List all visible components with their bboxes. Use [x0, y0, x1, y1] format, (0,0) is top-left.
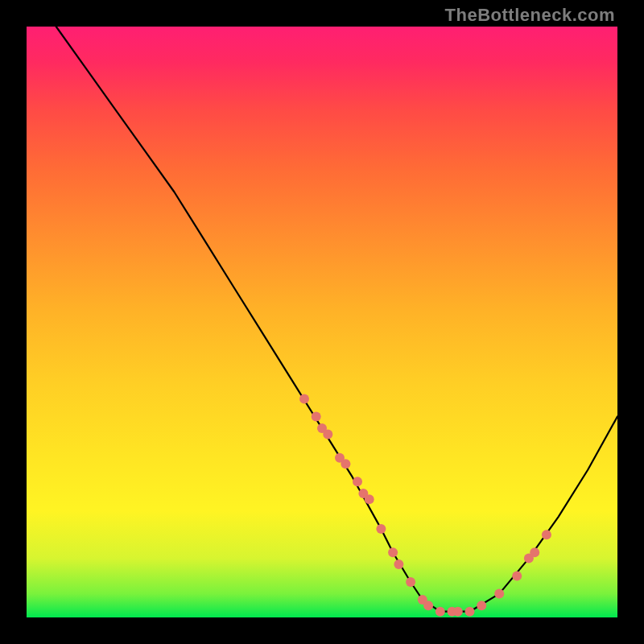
scatter-dots	[299, 394, 551, 616]
bottleneck-curve	[56, 27, 617, 612]
scatter-dot	[494, 589, 504, 599]
scatter-dot	[323, 430, 332, 440]
scatter-dot	[376, 524, 386, 534]
scatter-dot	[465, 607, 475, 617]
scatter-dot	[299, 394, 309, 403]
scatter-dot	[341, 459, 350, 469]
scatter-dot	[365, 494, 374, 504]
scatter-dot	[436, 607, 445, 617]
scatter-dot	[530, 547, 539, 557]
watermark-text: TheBottleneck.com	[445, 5, 615, 26]
scatter-dot	[453, 607, 463, 617]
scatter-dot	[406, 577, 415, 587]
scatter-dot	[423, 601, 433, 610]
scatter-dot	[542, 530, 551, 539]
scatter-dot	[353, 477, 362, 486]
scatter-dot	[388, 547, 398, 557]
scatter-dot	[512, 572, 522, 581]
chart-overlay	[27, 27, 617, 617]
chart-frame: TheBottleneck.com	[0, 0, 644, 644]
scatter-dot	[394, 559, 403, 569]
scatter-dot	[312, 411, 321, 421]
scatter-dot	[477, 601, 486, 610]
plot-area	[27, 27, 617, 617]
